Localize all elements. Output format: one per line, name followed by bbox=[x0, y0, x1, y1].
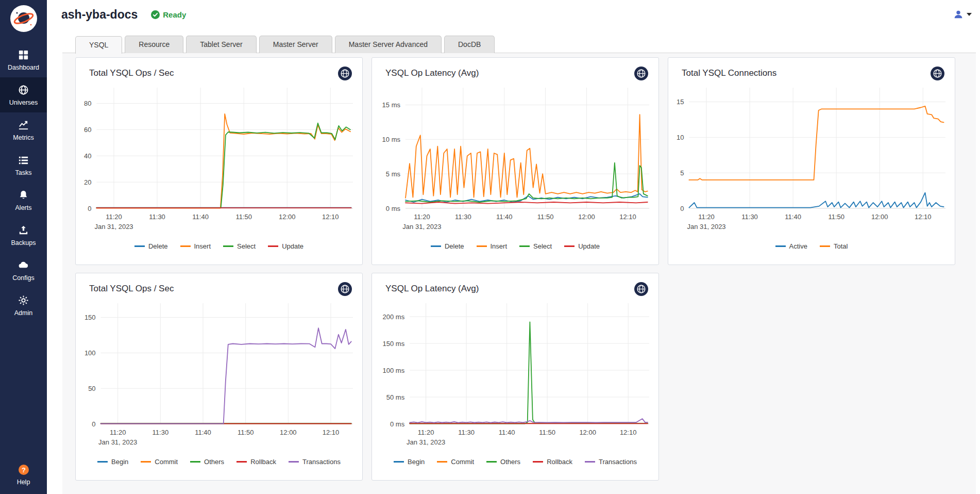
legend-item[interactable]: Transactions bbox=[289, 458, 341, 466]
legend-label: Rollback bbox=[547, 458, 572, 466]
svg-text:12:10: 12:10 bbox=[619, 213, 636, 221]
legend-label: Rollback bbox=[250, 458, 276, 466]
svg-text:40: 40 bbox=[84, 152, 91, 160]
sidebar-item-help[interactable]: ? Help bbox=[0, 464, 47, 486]
globe-widget-button[interactable] bbox=[931, 67, 944, 80]
app-logo[interactable] bbox=[0, 5, 47, 32]
legend-item[interactable]: Select bbox=[223, 242, 256, 250]
sidebar-item-alerts[interactable]: Alerts bbox=[0, 183, 47, 218]
metrics-panel: Total YSQL Ops / Sec 02040608011:20Jan 3… bbox=[62, 53, 976, 494]
chart-card: Total YSQL Connections 05101511:20Jan 31… bbox=[668, 57, 955, 265]
legend-item[interactable]: Select bbox=[519, 242, 552, 250]
sidebar-item-label: Backups bbox=[11, 239, 36, 246]
legend-item[interactable]: Others bbox=[190, 458, 224, 466]
chart-legend: DeleteInsertSelectUpdate bbox=[76, 242, 362, 250]
globe-badge-icon bbox=[634, 282, 648, 296]
legend-item[interactable]: Begin bbox=[394, 458, 425, 466]
legend-item[interactable]: Total bbox=[820, 242, 848, 250]
legend-swatch bbox=[564, 245, 575, 247]
chart-title: Total YSQL Ops / Sec bbox=[89, 284, 174, 294]
bell-icon bbox=[18, 189, 29, 201]
tab-master-server[interactable]: Master Server bbox=[259, 36, 332, 53]
tab-tablet-server[interactable]: Tablet Server bbox=[186, 36, 256, 53]
legend-item[interactable]: Transactions bbox=[585, 458, 637, 466]
upload-icon bbox=[18, 224, 29, 236]
sidebar-item-universes[interactable]: Universes bbox=[0, 77, 47, 112]
svg-text:11:40: 11:40 bbox=[192, 213, 209, 221]
svg-text:5 ms: 5 ms bbox=[386, 170, 401, 178]
legend-swatch bbox=[820, 245, 830, 247]
tab-docdb[interactable]: DocDB bbox=[444, 36, 495, 53]
chart-canvas[interactable]: 0 ms50 ms100 ms150 ms200 ms11:20Jan 31, … bbox=[372, 298, 658, 451]
legend-item[interactable]: Commit bbox=[437, 458, 474, 466]
legend-item[interactable]: Rollback bbox=[236, 458, 276, 466]
legend-item[interactable]: Update bbox=[564, 242, 600, 250]
legend-label: Others bbox=[500, 458, 520, 466]
chart-card: Total YSQL Ops / Sec 05010015011:20Jan 3… bbox=[75, 273, 363, 481]
svg-text:12:00: 12:00 bbox=[578, 213, 595, 221]
chart-canvas[interactable]: 02040608011:20Jan 31, 202311:3011:4011:5… bbox=[76, 83, 362, 235]
dashboard-icon bbox=[18, 49, 29, 61]
legend-item[interactable]: Update bbox=[268, 242, 303, 250]
legend-item[interactable]: Begin bbox=[97, 458, 128, 466]
globe-widget-button[interactable] bbox=[634, 282, 648, 296]
planet-logo-icon bbox=[10, 5, 37, 32]
legend-label: Transactions bbox=[599, 458, 637, 466]
svg-text:10 ms: 10 ms bbox=[382, 136, 401, 143]
sidebar-nav: Dashboard Universes Metrics Tasks Alerts… bbox=[0, 42, 47, 323]
legend-item[interactable]: Rollback bbox=[533, 458, 572, 466]
svg-text:11:50: 11:50 bbox=[828, 213, 844, 221]
chart-legend: DeleteInsertSelectUpdate bbox=[372, 242, 658, 250]
legend-item[interactable]: Insert bbox=[180, 242, 211, 250]
chart-legend: BeginCommitOthersRollbackTransactions bbox=[372, 458, 658, 466]
legend-label: Total bbox=[834, 242, 848, 250]
sidebar-item-tasks[interactable]: Tasks bbox=[0, 147, 47, 183]
svg-text:11:40: 11:40 bbox=[785, 213, 801, 221]
gear-icon bbox=[18, 294, 29, 306]
legend-item[interactable]: Delete bbox=[134, 242, 168, 250]
svg-text:200 ms: 200 ms bbox=[383, 313, 405, 321]
tab-ysql[interactable]: YSQL bbox=[75, 36, 122, 54]
svg-text:11:30: 11:30 bbox=[741, 213, 758, 221]
sidebar-item-backups[interactable]: Backups bbox=[0, 218, 47, 253]
chart-legend: ActiveTotal bbox=[668, 242, 955, 250]
chart-canvas[interactable]: 05010015011:20Jan 31, 202311:3011:4011:5… bbox=[76, 298, 362, 451]
sidebar-item-admin[interactable]: Admin bbox=[0, 288, 47, 323]
svg-text:11:40: 11:40 bbox=[195, 429, 211, 436]
sidebar-item-configs[interactable]: Configs bbox=[0, 253, 47, 288]
svg-text:12:00: 12:00 bbox=[280, 429, 297, 436]
chart-title: Total YSQL Connections bbox=[682, 68, 776, 78]
svg-text:11:30: 11:30 bbox=[149, 213, 165, 221]
svg-text:Jan 31, 2023: Jan 31, 2023 bbox=[687, 223, 725, 230]
chart-canvas[interactable]: 05101511:20Jan 31, 202311:3011:4011:5012… bbox=[668, 83, 955, 235]
chart-title: YSQL Op Latency (Avg) bbox=[385, 68, 479, 78]
chart-title: YSQL Op Latency (Avg) bbox=[385, 284, 479, 294]
sidebar-item-dashboard[interactable]: Dashboard bbox=[0, 42, 47, 77]
legend-label: Update bbox=[282, 242, 303, 250]
svg-text:100 ms: 100 ms bbox=[383, 367, 405, 374]
check-circle-icon bbox=[151, 10, 160, 19]
globe-badge-icon bbox=[634, 67, 648, 80]
globe-widget-button[interactable] bbox=[338, 282, 352, 296]
chevron-down-icon bbox=[967, 13, 972, 16]
sidebar-item-metrics[interactable]: Metrics bbox=[0, 112, 47, 147]
svg-text:150: 150 bbox=[85, 314, 96, 321]
globe-widget-button[interactable] bbox=[338, 67, 352, 80]
help-icon: ? bbox=[18, 464, 30, 476]
legend-item[interactable]: Delete bbox=[431, 242, 464, 250]
legend-item[interactable]: Others bbox=[486, 458, 520, 466]
legend-item[interactable]: Commit bbox=[141, 458, 178, 466]
svg-text:12:00: 12:00 bbox=[279, 213, 296, 221]
svg-text:12:00: 12:00 bbox=[579, 429, 596, 436]
svg-text:0 ms: 0 ms bbox=[386, 205, 401, 212]
svg-text:12:00: 12:00 bbox=[871, 213, 888, 221]
user-menu[interactable] bbox=[953, 9, 972, 20]
tab-master-server-advanced[interactable]: Master Server Advanced bbox=[335, 36, 442, 53]
legend-item[interactable]: Active bbox=[775, 242, 807, 250]
svg-text:11:50: 11:50 bbox=[235, 213, 252, 221]
tab-resource[interactable]: Resource bbox=[125, 36, 183, 53]
svg-text:50 ms: 50 ms bbox=[386, 393, 405, 401]
chart-canvas[interactable]: 0 ms5 ms10 ms15 ms11:20Jan 31, 202311:30… bbox=[372, 83, 658, 235]
globe-widget-button[interactable] bbox=[634, 67, 648, 80]
legend-item[interactable]: Insert bbox=[477, 242, 508, 250]
